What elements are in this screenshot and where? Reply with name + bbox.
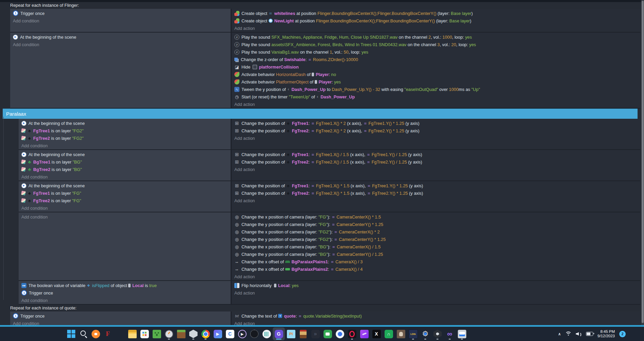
taskbar-icon-task-manager[interactable] (456, 327, 468, 340)
taskbar-icon-search[interactable] (77, 327, 90, 340)
add-action-button[interactable]: Add action (232, 166, 640, 173)
action-line[interactable]: ◎Change the y position of camera (layer:… (232, 235, 640, 243)
taskbar-icon-blender[interactable] (90, 327, 102, 340)
add-condition-button[interactable]: Add condition (19, 173, 231, 181)
taskbar-icon-minecraft-creeper[interactable] (151, 327, 163, 340)
action-line[interactable]: Create object NewLight at position Fling… (232, 17, 640, 24)
add-action-button[interactable]: Add action (232, 320, 640, 325)
taskbar-icon-signal[interactable] (334, 327, 346, 340)
taskbar-icon-start[interactable] (65, 327, 77, 340)
add-action-button[interactable]: Add action (232, 24, 640, 32)
action-line[interactable]: Create object ⠶whitelines at position Fl… (232, 10, 640, 17)
wifi-icon[interactable] (565, 331, 571, 336)
action-line[interactable]: ◎Change the x position of camera (layer:… (232, 228, 640, 235)
add-action-button[interactable]: Add action (232, 100, 640, 108)
add-condition-button[interactable]: Add condition (19, 297, 231, 304)
scrollbar-thumb[interactable] (642, 1, 644, 323)
taskbar-icon-hourglass-app[interactable]: X (370, 327, 383, 340)
action-line[interactable]: Change the z-order of Swishable: = Rooms… (232, 56, 640, 63)
taskbar-icon-minecraft-dirt[interactable] (175, 327, 187, 340)
condition-line[interactable]: ♠FgTree1 is on layer "FG2" (19, 127, 231, 134)
condition-line[interactable]: ♣BgTree1 is on layer "BG" (19, 158, 231, 166)
repeat-header[interactable]: Repeat for each instance of quote: (0, 305, 641, 311)
repeat-header[interactable]: Repeat for each instance of Flinger: (0, 2, 641, 9)
taskbar-icon-google-chat[interactable] (321, 327, 334, 340)
taskbar-icon-voice-app[interactable] (260, 327, 273, 340)
action-line[interactable]: ◎Change the x position of camera (layer:… (232, 243, 640, 250)
action-line[interactable]: txtChange the text of Tquote: = quote.Va… (232, 312, 640, 320)
taskbar-icon-chevron-app[interactable]: » (309, 327, 321, 340)
add-action-button[interactable]: Add action (232, 273, 640, 280)
taskbar-icon-clock-app[interactable] (163, 327, 175, 340)
battery-icon[interactable] (586, 332, 593, 336)
taskbar-icon-face-app[interactable] (114, 327, 126, 340)
condition-line[interactable]: ♠FgTree2 is on layer "FG" (19, 197, 231, 204)
condition-line[interactable]: ♠FgTree2 is on layer "FG2" (19, 134, 231, 142)
action-line[interactable]: Activate behavior PlatformerObject of Pl… (232, 78, 640, 86)
taskbar-icon-dotted-circle-app[interactable] (248, 327, 260, 340)
taskbar-icon-fusion[interactable]: F (102, 327, 114, 340)
action-line[interactable]: ⊞Change the position of ♠FgTree2: = FgTr… (232, 158, 640, 166)
taskbar-icon-chrome[interactable] (199, 327, 212, 340)
taskbar-icon-store[interactable] (138, 327, 151, 340)
action-line[interactable]: ♪Play the sound SFX_Machines, Appliance,… (232, 33, 640, 41)
action-line[interactable]: ◎Change the y position of camera (layer:… (232, 250, 640, 258)
action-line[interactable]: ⊞Change the position of ♠FgTree1: = FgTr… (232, 182, 640, 189)
taskbar-icon-opera-gx[interactable] (346, 327, 358, 340)
taskbar-icon-settings[interactable]: ⚙ (419, 327, 431, 340)
condition-line[interactable]: ▶At the beginning of the scene (19, 151, 231, 158)
action-line[interactable]: ◎Change the x position of camera (layer:… (232, 213, 640, 221)
taskbar-icon-gdevelop[interactable]: G (273, 327, 285, 340)
action-line[interactable]: ◪Hide platformerCollision (232, 63, 640, 71)
taskbar-icon-green-headset-app[interactable]: ∩ (383, 327, 395, 340)
condition-line[interactable]: 1Trigger once (10, 10, 231, 17)
action-line[interactable]: ↔Change the x offset of BgParalaxPlains2… (232, 265, 640, 273)
clock[interactable]: 8:45 PM 9/12/2023 (598, 329, 615, 339)
taskbar-icon-ldtk[interactable]: LDtk (407, 327, 419, 340)
condition-line[interactable]: ♣BgTree2 is on layer "BG" (19, 166, 231, 173)
add-action-button[interactable]: Add action (232, 289, 640, 297)
add-condition-button[interactable]: Add condition (19, 142, 231, 149)
add-action-button[interactable]: Add action (232, 197, 640, 204)
add-action-button[interactable]: Add action (232, 134, 640, 142)
add-condition-button[interactable]: Add condition (10, 320, 231, 325)
taskbar-icon-piskel[interactable]: PI (285, 327, 297, 340)
taskbar-icon-photo-app[interactable] (395, 327, 407, 340)
add-condition-button[interactable]: Add condition (10, 17, 231, 24)
condition-line[interactable]: ▶At the beginning of the scene (19, 182, 231, 189)
taskbar-icon-c-app[interactable]: C (224, 327, 236, 340)
action-line[interactable]: ⊞Change the position of ♠FgTree1: = FgTr… (232, 151, 640, 158)
tray-chevron-icon[interactable]: ∧ (558, 332, 561, 336)
taskbar-icon-unity-hub[interactable] (187, 327, 199, 340)
action-line[interactable]: ♪Play the sound assets\SFX_Ambience, For… (232, 41, 640, 48)
action-line[interactable]: ♪Play the sound VaniaBg1.wav on the chan… (232, 48, 640, 56)
vertical-scrollbar[interactable] (641, 0, 644, 325)
action-line[interactable]: ⊞Change the position of ♠FgTree1: = FgTr… (232, 119, 640, 127)
add-condition-button[interactable]: Add condition (19, 204, 231, 212)
condition-line[interactable]: varThe boolean value of variable ❖isFlip… (19, 282, 231, 289)
taskbar-icon-film-editor[interactable] (358, 327, 370, 340)
action-line[interactable]: ◎Change the y position of camera (layer:… (232, 221, 640, 228)
taskbar-icon-unity[interactable] (431, 327, 444, 340)
add-condition-button[interactable]: Add condition (19, 213, 231, 221)
action-line[interactable]: ↔Change the x offset of BgParalaxPlains1… (232, 258, 640, 265)
action-line[interactable]: ∿Tween the y position of ‹Dash_Power_Up … (232, 86, 640, 93)
action-line[interactable]: Flip horizontally Local: yes (232, 282, 640, 289)
add-condition-button[interactable]: Add condition (10, 41, 231, 48)
notification-badge[interactable]: 2 (619, 331, 626, 337)
event-group-header[interactable]: Paralaax (3, 109, 638, 119)
condition-line[interactable]: 1Trigger once (10, 312, 231, 320)
action-line[interactable]: ⊞Change the position of ♠FgTree2: = FgTr… (232, 189, 640, 197)
taskbar-icon-movies-tv[interactable]: ▶ (212, 327, 224, 340)
taskbar-icon-media-player[interactable]: ▶ (236, 327, 248, 340)
volume-icon[interactable] (576, 331, 582, 336)
taskbar-icon-spartan-game[interactable] (297, 327, 309, 340)
condition-line[interactable]: ▶At the beginning of the scene (19, 119, 231, 127)
condition-line[interactable]: 1Trigger once (19, 289, 231, 297)
action-line[interactable]: ◷Start (or reset) the timer "TweenUp" of… (232, 93, 640, 100)
taskbar-icon-visual-studio[interactable]: ∞ (444, 327, 456, 340)
taskbar-icon-folder[interactable] (126, 327, 138, 340)
action-line[interactable]: ⊞Change the position of ♠FgTree2: = FgTr… (232, 127, 640, 134)
condition-line[interactable]: ♠FgTree1 is on layer "FG" (19, 189, 231, 197)
condition-line[interactable]: ▶At the beginning of the scene (10, 33, 231, 41)
